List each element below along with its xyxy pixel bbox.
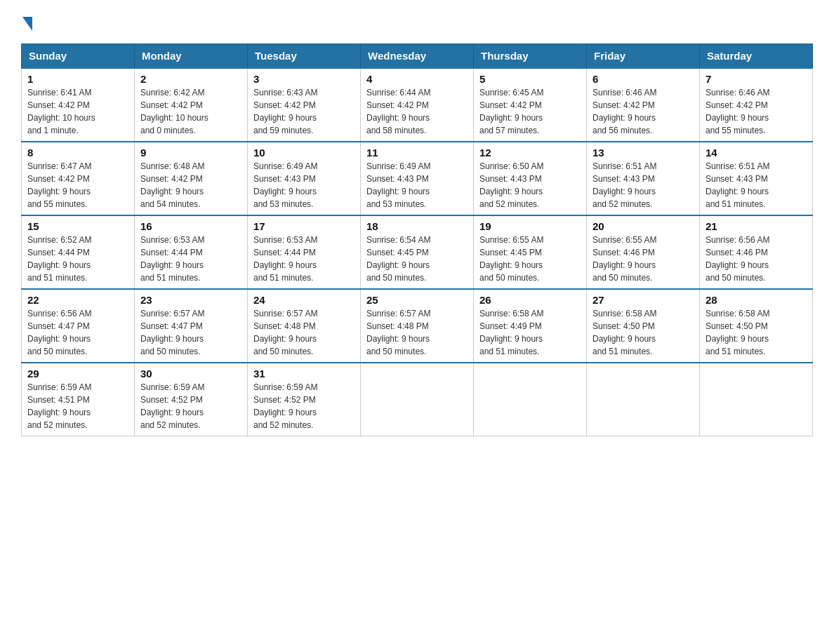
calendar-cell: [700, 363, 813, 436]
day-info: Sunrise: 6:53 AMSunset: 4:44 PMDaylight:…: [253, 234, 355, 284]
weekday-header-sunday: Sunday: [22, 44, 135, 69]
day-number: 9: [140, 147, 241, 159]
calendar-cell: 17Sunrise: 6:53 AMSunset: 4:44 PMDayligh…: [248, 215, 361, 289]
day-number: 6: [593, 73, 694, 85]
day-info: Sunrise: 6:46 AMSunset: 4:42 PMDaylight:…: [593, 86, 694, 137]
day-number: 4: [366, 73, 468, 85]
day-number: 12: [479, 147, 581, 159]
day-info: Sunrise: 6:58 AMSunset: 4:50 PMDaylight:…: [593, 307, 694, 358]
day-info: Sunrise: 6:59 AMSunset: 4:52 PMDaylight:…: [253, 381, 355, 431]
calendar-cell: 24Sunrise: 6:57 AMSunset: 4:48 PMDayligh…: [248, 289, 361, 363]
day-info: Sunrise: 6:48 AMSunset: 4:42 PMDaylight:…: [140, 160, 241, 210]
weekday-header-friday: Friday: [587, 44, 700, 69]
calendar-cell: 21Sunrise: 6:56 AMSunset: 4:46 PMDayligh…: [700, 215, 813, 289]
week-row-3: 15Sunrise: 6:52 AMSunset: 4:44 PMDayligh…: [22, 215, 813, 289]
day-number: 8: [27, 147, 128, 159]
day-info: Sunrise: 6:50 AMSunset: 4:43 PMDaylight:…: [479, 160, 581, 210]
day-info: Sunrise: 6:46 AMSunset: 4:42 PMDaylight:…: [706, 86, 807, 137]
day-number: 1: [27, 73, 128, 85]
week-row-4: 22Sunrise: 6:56 AMSunset: 4:47 PMDayligh…: [22, 289, 813, 363]
day-number: 25: [366, 294, 468, 306]
calendar-cell: 31Sunrise: 6:59 AMSunset: 4:52 PMDayligh…: [248, 363, 361, 436]
day-info: Sunrise: 6:59 AMSunset: 4:51 PMDaylight:…: [27, 381, 128, 431]
day-info: Sunrise: 6:51 AMSunset: 4:43 PMDaylight:…: [706, 160, 807, 210]
day-info: Sunrise: 6:47 AMSunset: 4:42 PMDaylight:…: [27, 160, 128, 210]
week-row-2: 8Sunrise: 6:47 AMSunset: 4:42 PMDaylight…: [22, 142, 813, 215]
day-number: 18: [366, 220, 468, 232]
day-number: 2: [140, 73, 241, 85]
calendar-cell: 15Sunrise: 6:52 AMSunset: 4:44 PMDayligh…: [22, 215, 135, 289]
day-number: 7: [706, 73, 807, 85]
calendar-cell: 13Sunrise: 6:51 AMSunset: 4:43 PMDayligh…: [587, 142, 700, 215]
calendar-cell: [587, 363, 700, 436]
calendar-cell: 4Sunrise: 6:44 AMSunset: 4:42 PMDaylight…: [361, 68, 474, 142]
day-number: 5: [479, 73, 581, 85]
day-info: Sunrise: 6:49 AMSunset: 4:43 PMDaylight:…: [366, 160, 468, 210]
calendar-cell: 1Sunrise: 6:41 AMSunset: 4:42 PMDaylight…: [22, 68, 135, 142]
calendar-cell: 11Sunrise: 6:49 AMSunset: 4:43 PMDayligh…: [361, 142, 474, 215]
calendar-cell: 16Sunrise: 6:53 AMSunset: 4:44 PMDayligh…: [135, 215, 248, 289]
weekday-header-tuesday: Tuesday: [248, 44, 361, 69]
calendar-cell: 27Sunrise: 6:58 AMSunset: 4:50 PMDayligh…: [587, 289, 700, 363]
calendar-cell: 6Sunrise: 6:46 AMSunset: 4:42 PMDaylight…: [587, 68, 700, 142]
day-number: 23: [140, 294, 241, 306]
day-info: Sunrise: 6:58 AMSunset: 4:49 PMDaylight:…: [479, 307, 581, 358]
day-info: Sunrise: 6:58 AMSunset: 4:50 PMDaylight:…: [706, 307, 807, 358]
weekday-header-wednesday: Wednesday: [361, 44, 474, 69]
day-info: Sunrise: 6:41 AMSunset: 4:42 PMDaylight:…: [27, 86, 128, 137]
day-info: Sunrise: 6:52 AMSunset: 4:44 PMDaylight:…: [27, 234, 128, 284]
calendar-cell: 5Sunrise: 6:45 AMSunset: 4:42 PMDaylight…: [474, 68, 587, 142]
calendar-cell: 3Sunrise: 6:43 AMSunset: 4:42 PMDaylight…: [248, 68, 361, 142]
day-info: Sunrise: 6:56 AMSunset: 4:47 PMDaylight:…: [27, 307, 128, 358]
day-info: Sunrise: 6:56 AMSunset: 4:46 PMDaylight:…: [706, 234, 807, 284]
calendar-cell: 19Sunrise: 6:55 AMSunset: 4:45 PMDayligh…: [474, 215, 587, 289]
calendar-cell: 2Sunrise: 6:42 AMSunset: 4:42 PMDaylight…: [135, 68, 248, 142]
day-info: Sunrise: 6:42 AMSunset: 4:42 PMDaylight:…: [140, 86, 241, 137]
calendar-cell: 20Sunrise: 6:55 AMSunset: 4:46 PMDayligh…: [587, 215, 700, 289]
day-number: 26: [479, 294, 581, 306]
calendar-cell: 18Sunrise: 6:54 AMSunset: 4:45 PMDayligh…: [361, 215, 474, 289]
calendar-cell: 30Sunrise: 6:59 AMSunset: 4:52 PMDayligh…: [135, 363, 248, 436]
calendar-cell: 26Sunrise: 6:58 AMSunset: 4:49 PMDayligh…: [474, 289, 587, 363]
header: [21, 14, 813, 31]
day-number: 11: [366, 147, 468, 159]
day-info: Sunrise: 6:57 AMSunset: 4:47 PMDaylight:…: [140, 307, 241, 358]
day-number: 13: [593, 147, 694, 159]
calendar-cell: 7Sunrise: 6:46 AMSunset: 4:42 PMDaylight…: [700, 68, 813, 142]
weekday-header-saturday: Saturday: [700, 44, 813, 69]
day-info: Sunrise: 6:54 AMSunset: 4:45 PMDaylight:…: [366, 234, 468, 284]
day-info: Sunrise: 6:55 AMSunset: 4:45 PMDaylight:…: [479, 234, 581, 284]
day-number: 15: [27, 220, 128, 232]
day-info: Sunrise: 6:43 AMSunset: 4:42 PMDaylight:…: [253, 86, 355, 137]
header-row: SundayMondayTuesdayWednesdayThursdayFrid…: [22, 44, 813, 69]
day-number: 28: [706, 294, 807, 306]
calendar-cell: 8Sunrise: 6:47 AMSunset: 4:42 PMDaylight…: [22, 142, 135, 215]
day-number: 17: [253, 220, 355, 232]
day-number: 19: [479, 220, 581, 232]
day-number: 16: [140, 220, 241, 232]
day-number: 27: [593, 294, 694, 306]
calendar-cell: 14Sunrise: 6:51 AMSunset: 4:43 PMDayligh…: [700, 142, 813, 215]
day-info: Sunrise: 6:57 AMSunset: 4:48 PMDaylight:…: [366, 307, 468, 358]
calendar-cell: 12Sunrise: 6:50 AMSunset: 4:43 PMDayligh…: [474, 142, 587, 215]
week-row-5: 29Sunrise: 6:59 AMSunset: 4:51 PMDayligh…: [22, 363, 813, 436]
day-number: 3: [253, 73, 355, 85]
weekday-header-thursday: Thursday: [474, 44, 587, 69]
day-number: 29: [27, 368, 128, 380]
logo-triangle-icon: [22, 17, 32, 31]
calendar-cell: 23Sunrise: 6:57 AMSunset: 4:47 PMDayligh…: [135, 289, 248, 363]
day-number: 21: [706, 220, 807, 232]
calendar-cell: 10Sunrise: 6:49 AMSunset: 4:43 PMDayligh…: [248, 142, 361, 215]
day-number: 24: [253, 294, 355, 306]
day-info: Sunrise: 6:55 AMSunset: 4:46 PMDaylight:…: [593, 234, 694, 284]
day-number: 31: [253, 368, 355, 380]
weekday-header-monday: Monday: [135, 44, 248, 69]
calendar-cell: 28Sunrise: 6:58 AMSunset: 4:50 PMDayligh…: [700, 289, 813, 363]
calendar-cell: 29Sunrise: 6:59 AMSunset: 4:51 PMDayligh…: [22, 363, 135, 436]
day-number: 20: [593, 220, 694, 232]
day-info: Sunrise: 6:49 AMSunset: 4:43 PMDaylight:…: [253, 160, 355, 210]
day-info: Sunrise: 6:59 AMSunset: 4:52 PMDaylight:…: [140, 381, 241, 431]
calendar-cell: [474, 363, 587, 436]
day-number: 14: [706, 147, 807, 159]
calendar-cell: [361, 363, 474, 436]
